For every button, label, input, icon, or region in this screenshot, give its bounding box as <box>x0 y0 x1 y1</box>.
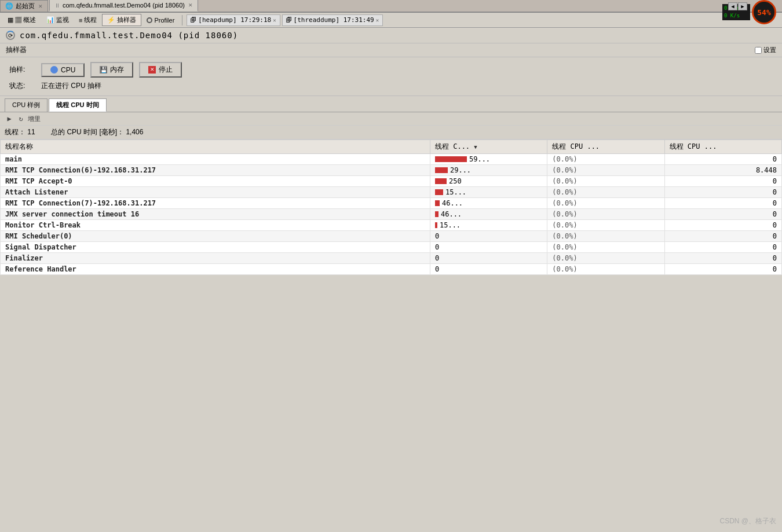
toolbar-overview[interactable]: ▦ ▦ 概述 <box>2 14 41 26</box>
thread-table: 线程名称 线程 C... ▼ 线程 CPU ... 线程 CPU ... mai… <box>0 140 782 275</box>
cpu-btn-icon <box>50 66 58 74</box>
watermark: CSDN @、格子衣 <box>719 516 776 526</box>
heapdump-close[interactable]: ✕ <box>273 17 276 23</box>
table-row[interactable]: RMI TCP Accept-0250(0.0%)0 <box>1 176 782 187</box>
thread-name-cell: JMX server connection timeout 16 <box>1 209 430 220</box>
total-cpu-value: 1,406 <box>126 128 143 136</box>
nav-left-btn[interactable]: ◀ <box>728 2 737 10</box>
thread-cpu-pct-cell: (0.0%) <box>547 209 664 220</box>
cpu-sample-btn[interactable]: CPU <box>41 63 85 77</box>
settings-checkbox[interactable] <box>755 47 762 54</box>
thread-cpu-time-cell: 0 <box>664 242 781 253</box>
table-row[interactable]: RMI Scheduler(0)0(0.0%)0 <box>1 231 782 242</box>
table-row[interactable]: Signal Dispatcher0(0.0%)0 <box>1 242 782 253</box>
threads-icon: ≡ <box>79 17 82 24</box>
sub-tab-thread-cpu-time[interactable]: 线程 CPU 时间 <box>49 98 106 112</box>
table-row[interactable]: Reference Handler0(0.0%)0 <box>1 264 782 275</box>
sampler-header: 抽样器 设置 <box>0 43 782 57</box>
stop-sample-btn[interactable]: ✕ 停止 <box>139 62 182 78</box>
sort-indicator: ▼ <box>474 144 477 150</box>
tab-demo04[interactable]: ⏸ com.qfedu.fmmall.test.Demo04 (pid 1806… <box>49 0 198 12</box>
thread-cpu-pct-cell: (0.0%) <box>547 165 664 176</box>
memory-btn-label: 内存 <box>110 65 124 75</box>
col-thread-cpu-pct[interactable]: 线程 CPU ... <box>547 140 664 154</box>
thread-count-cell: 29... <box>430 165 547 176</box>
thread-name-cell: main <box>1 154 430 165</box>
thread-cpu-time-cell: 0 <box>664 176 781 187</box>
table-row[interactable]: main59...(0.0%)0 <box>1 154 782 165</box>
thread-cpu-pct-cell: (0.0%) <box>547 231 664 242</box>
thread-name-cell: RMI TCP Accept-0 <box>1 176 430 187</box>
window-title-bar: ⟳ com.qfedu.fmmall.test.Demo04 (pid 1806… <box>0 28 782 43</box>
toolbar-profiler[interactable]: Profiler <box>142 16 179 25</box>
memory-sample-btn[interactable]: 💾 内存 <box>90 62 133 78</box>
col-thread-cpu-time[interactable]: 线程 CPU ... <box>664 140 781 154</box>
table-row[interactable]: Attach Listener15...(0.0%)0 <box>1 187 782 198</box>
thread-name-cell: Monitor Ctrl-Break <box>1 220 430 231</box>
cpu-gauge: 54% <box>752 0 776 24</box>
table-row[interactable]: Monitor Ctrl-Break15...(0.0%)0 <box>1 220 782 231</box>
play-btn[interactable]: ▶ <box>5 114 14 123</box>
thread-cpu-pct-cell: (0.0%) <box>547 176 664 187</box>
thread-count-cell: 0 <box>430 242 547 253</box>
window-title-text: com.qfedu.fmmall.test.Demo04 (pid 18060) <box>20 31 238 40</box>
thread-cpu-time-cell: 0 <box>664 187 781 198</box>
thread-count-cell: 59... <box>430 154 547 165</box>
thread-cpu-time-cell: 0 <box>664 209 781 220</box>
thread-count-cell: 46... <box>430 209 547 220</box>
total-cpu-label: 总的 CPU 时间 [毫秒]： <box>51 128 124 136</box>
threaddump-tab[interactable]: 🗐 [threaddump] 17:31:49 ✕ <box>282 14 383 26</box>
refresh-btn[interactable]: ↻ <box>16 114 25 123</box>
stop-btn-label: 停止 <box>159 65 173 75</box>
thread-count-cell: 15... <box>430 187 547 198</box>
sampler-controls: 抽样: CPU 💾 内存 ✕ 停止 状态: 正在进行 CPU 抽样 <box>0 57 782 96</box>
col-thread-name[interactable]: 线程名称 <box>1 140 430 154</box>
expand-label[interactable]: 增里 <box>28 115 41 123</box>
mem-btn-icon: 💾 <box>100 66 107 74</box>
threaddump-close[interactable]: ✕ <box>376 17 379 23</box>
thread-cpu-pct-cell: (0.0%) <box>547 264 664 275</box>
thread-cpu-time-cell: 0 <box>664 264 781 275</box>
thread-count-cell: 0 <box>430 231 547 242</box>
thread-count-cell: 0 <box>430 253 547 264</box>
table-row[interactable]: Finalizer0(0.0%)0 <box>1 253 782 264</box>
tab-startpage-close[interactable]: ✕ <box>38 3 43 9</box>
tab-demo04-close[interactable]: ✕ <box>188 2 193 8</box>
cpu-bar <box>435 222 437 228</box>
col-thread-count[interactable]: 线程 C... ▼ <box>430 140 547 154</box>
toolbar-monitor[interactable]: 📊 监视 <box>42 14 74 25</box>
toolbar-sampler[interactable]: ⚡ 抽样器 <box>102 14 141 26</box>
stats-bar: 线程： 11 总的 CPU 时间 [毫秒]： 1,406 <box>0 126 782 140</box>
thread-count-cell: 15... <box>430 220 547 231</box>
heapdump-icon: 🗐 <box>191 17 196 23</box>
profiler-icon <box>147 17 152 23</box>
settings-label: 设置 <box>763 46 776 54</box>
threads-label: 线程： <box>5 128 25 136</box>
sample-label: 抽样: <box>9 65 35 75</box>
table-row[interactable]: RMI TCP Connection(7)-192.168.31.21746..… <box>1 198 782 209</box>
thread-name-cell: Reference Handler <box>1 264 430 275</box>
monitor-icon: 📊 <box>46 16 54 24</box>
table-row[interactable]: JMX server connection timeout 1646...(0.… <box>1 209 782 220</box>
thread-cpu-time-cell: 8.448 <box>664 165 781 176</box>
thread-cpu-pct-cell: (0.0%) <box>547 187 664 198</box>
thread-name-cell: RMI TCP Connection(7)-192.168.31.217 <box>1 198 430 209</box>
cpu-bar <box>435 211 438 217</box>
cpu-bar <box>435 200 440 206</box>
thread-name-cell: RMI Scheduler(0) <box>1 231 430 242</box>
toolbar-threads[interactable]: ≡ 线程 <box>74 14 101 25</box>
thread-name-cell: Attach Listener <box>1 187 430 198</box>
nav-right-btn[interactable]: ▶ <box>738 2 747 10</box>
threads-count: 11 <box>27 128 35 136</box>
table-row[interactable]: RMI TCP Connection(6)-192.168.31.21729..… <box>1 165 782 176</box>
thread-cpu-pct-cell: (0.0%) <box>547 198 664 209</box>
cpu-bar <box>435 167 448 173</box>
sub-tab-cpu-samples[interactable]: CPU 样例 <box>5 98 47 112</box>
tab-startpage-label: 起始页 <box>16 2 35 10</box>
thread-cpu-time-cell: 0 <box>664 220 781 231</box>
tab-startpage[interactable]: 🌐 起始页 ✕ <box>0 0 48 12</box>
overview-icon: ▦ <box>8 16 13 24</box>
table-container: 线程名称 线程 C... ▼ 线程 CPU ... 线程 CPU ... mai… <box>0 140 782 275</box>
thread-cpu-pct-cell: (0.0%) <box>547 220 664 231</box>
heapdump-tab[interactable]: 🗐 [heapdump] 17:29:18 ✕ <box>187 14 280 26</box>
